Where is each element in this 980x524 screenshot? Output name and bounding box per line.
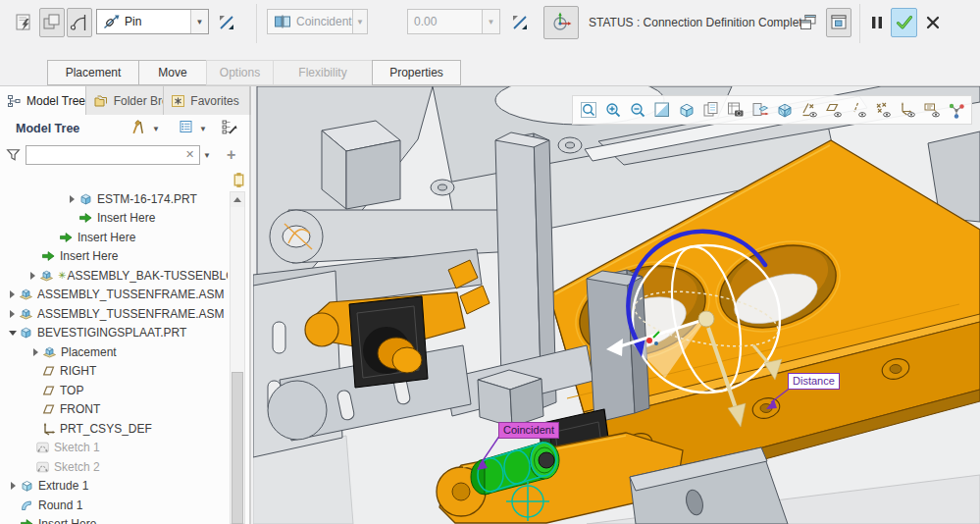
tree-item[interactable]: ESTM-16-174.PRT [0,189,228,209]
tree-item[interactable]: Placement [0,342,228,362]
add-filter-icon[interactable]: + [227,146,235,164]
tree-item[interactable]: Sketch 2 [0,457,228,477]
tree-item[interactable]: RIGHT [0,362,228,382]
tree-item[interactable]: PRT_CSYS_DEF [0,419,228,439]
zoom-box-icon[interactable] [576,98,600,122]
tree-item-label[interactable]: ESTM-16-174.PRT [97,192,197,206]
tree-item[interactable]: Insert Here [0,515,228,524]
zoom-in-icon[interactable] [600,98,625,122]
chevron-down-icon[interactable]: ▼ [190,10,208,33]
tree-item[interactable]: Insert Here [0,228,228,247]
datum-display-icon[interactable] [797,98,821,122]
tree-item[interactable]: Insert Here [0,209,228,229]
tab-placement[interactable]: Placement [47,60,139,85]
expand-arrow-icon[interactable] [7,482,20,490]
tree-item[interactable]: FRONT [0,400,228,420]
tree-filter-input[interactable] [26,145,200,165]
tree-item[interactable]: ✳ASSEMBLY_BAK-TUSSENBLOK.ASM [0,266,228,286]
tree-item-label[interactable]: Sketch 1 [54,441,100,454]
coincident-surfaces-icon [273,12,292,31]
tree-item-label[interactable]: FRONT [60,402,100,416]
tree-scrollbar[interactable] [230,191,245,524]
expand-arrow-icon[interactable] [6,310,19,318]
cancel-x-icon[interactable] [921,8,945,37]
3d-scene[interactable] [253,86,980,524]
tree-hide-icon[interactable] [222,120,237,134]
tree-item-label[interactable]: BEVESTIGINGSPLAAT.PRT [37,326,186,340]
connection-type-combo[interactable]: Pin ▼ [96,9,209,34]
tree-item-label[interactable]: Insert Here [77,231,135,244]
tree-item[interactable]: ASSEMBLY_TUSSENFRAME.ASM [0,304,228,324]
tree-item-label[interactable]: Placement [61,345,117,359]
tree-item-label[interactable]: Insert Here [38,517,96,524]
saved-views-icon[interactable] [698,98,723,122]
tab-move[interactable]: Move [138,60,207,85]
tree-item-label[interactable]: PRT_CSYS_DEF [60,422,152,436]
expand-arrow-icon[interactable] [6,290,19,298]
csys-display-icon[interactable] [895,98,919,122]
tree-item-label[interactable]: ASSEMBLY_TUSSENFRAME.ASM [37,288,225,301]
perspective-icon[interactable] [772,98,797,122]
panel-tab-model-tree[interactable]: Model Tree [0,86,86,115]
coincident-constraint-label[interactable]: Coincident [498,422,559,439]
window-restore-icon[interactable] [795,8,822,37]
clear-filter-icon[interactable]: ✕ [185,148,194,161]
plane-display-icon[interactable] [821,98,846,122]
tree-item-label[interactable]: Round 1 [38,498,82,512]
expand-arrow-icon[interactable] [66,195,78,203]
pin-joint-icon [102,13,121,31]
refit-icon[interactable] [649,98,674,122]
tree-item-label[interactable]: TOP [60,384,83,397]
tree-item-label[interactable]: ASSEMBLY_BAK-TUSSENBLOK.ASM [67,269,228,283]
scroll-up-icon[interactable] [231,192,244,207]
tree-item[interactable]: Extrude 1 [0,477,228,497]
chevron-down-icon[interactable]: ▼ [199,125,207,133]
accept-check-icon[interactable] [891,8,917,37]
tree-item-label[interactable]: Insert Here [97,211,155,225]
expand-arrow-icon[interactable] [29,348,42,356]
filter-funnel-icon[interactable] [5,146,22,163]
annotation-display-icon[interactable] [919,98,944,122]
tree-item[interactable]: TOP [0,381,228,400]
regenerate-icon[interactable] [12,8,37,37]
tree-item-label[interactable]: Extrude 1 [38,479,88,493]
tree-item[interactable]: Sketch 1 [0,439,228,458]
spin-center-icon[interactable] [944,98,968,122]
tree-item-label[interactable]: RIGHT [60,364,96,378]
kinematic-connection-icon[interactable] [67,8,92,37]
tree-item[interactable]: Insert Here [0,247,228,267]
display-style-icon[interactable] [674,98,698,122]
distance-constraint-label[interactable]: Distance [788,373,840,390]
tab-properties[interactable]: Properties [372,60,461,85]
panel-tab-favorites[interactable]: Favorites [164,86,250,115]
tree-item[interactable]: BEVESTIGINGSPLAAT.PRT [0,324,228,343]
placement-csys-icon[interactable] [543,6,579,39]
expand-arrow-icon[interactable] [6,331,19,336]
list-settings-icon[interactable] [179,120,193,133]
tree-item-label[interactable]: Sketch 2 [54,460,100,474]
tree-item-label[interactable]: Insert Here [60,249,118,263]
window-panel-icon[interactable] [826,8,851,37]
sash-icon[interactable] [232,172,246,192]
panel-tab-folder-bro[interactable]: Folder Bro [86,86,165,115]
pause-icon[interactable] [865,8,889,37]
tree-item[interactable]: Round 1 [0,496,228,515]
round-icon [20,498,35,512]
chevron-down-icon[interactable]: ▼ [203,151,211,160]
graphics-viewport[interactable]: Distance Coincident [253,86,980,524]
panel-tabs: Model TreeFolder BroFavorites [0,86,251,115]
zoom-out-icon[interactable] [625,98,649,122]
point-display-icon[interactable] [870,98,895,122]
tree-item-label[interactable]: ASSEMBLY_TUSSENFRAME.ASM [37,307,225,321]
axis-display-icon[interactable] [846,98,870,122]
scrollbar-thumb[interactable] [232,372,243,524]
chevron-down-icon[interactable]: ▼ [152,125,160,133]
tree-tools-icon[interactable] [129,120,146,134]
tree-item[interactable]: ASSEMBLY_TUSSENFRAME.ASM [0,286,228,305]
section-icon[interactable] [748,98,772,122]
view-manager-icon[interactable] [723,98,748,122]
expand-arrow-icon[interactable] [26,272,39,280]
overlap-squares-icon[interactable] [39,8,65,37]
flip-arrows-icon[interactable] [213,8,240,37]
flip-arrows-icon[interactable] [506,8,534,37]
